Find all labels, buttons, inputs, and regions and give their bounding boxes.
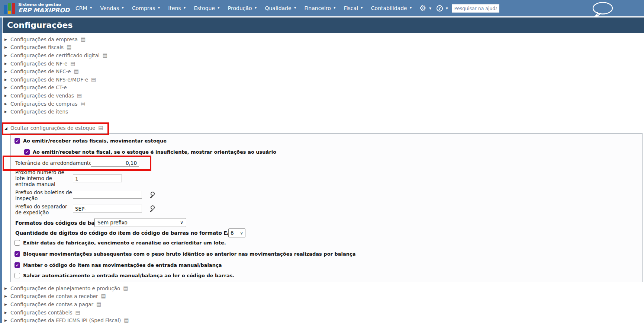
expand-arrow-icon: ▶	[4, 319, 10, 322]
menu-producao[interactable]: Produção▼	[228, 5, 257, 11]
stock-settings-panel: Ao emitir/receber notas fiscais, movimen…	[10, 133, 643, 282]
section-efd-icms-ipi[interactable]: ▶Configurações da EFD ICMS IPI (Sped Fis…	[4, 316, 129, 323]
prefixo-separador-input[interactable]	[73, 205, 142, 212]
check-movimentar-estoque[interactable]: Ao emitir/receber notas fiscais, movimen…	[15, 138, 167, 144]
expand-arrow-icon: ▶	[4, 303, 10, 306]
section-configuracoes-fiscais[interactable]: ▶Configurações fiscais▤	[4, 44, 107, 52]
chevron-down-icon: ▼	[294, 6, 296, 9]
menu-compras[interactable]: Compras▼	[132, 5, 160, 11]
chevron-down-icon[interactable]: ▼	[429, 7, 431, 10]
checkbox[interactable]	[15, 251, 20, 257]
quantidade-digitos-select[interactable]: 6 ∨	[228, 228, 245, 237]
doc-icon[interactable]: ▤	[103, 52, 107, 58]
doc-icon[interactable]: ▤	[75, 310, 80, 315]
menu-qualidade[interactable]: Qualidade▼	[265, 5, 296, 11]
checkbox[interactable]	[24, 149, 30, 155]
settings-section-list-bottom: ▶Configurações de planejamento e produçã…	[4, 284, 129, 323]
check-manter-codigo-item[interactable]: Manter o código do item nas movimentaçõe…	[15, 262, 222, 268]
search-icon[interactable]	[151, 192, 155, 196]
section-contas-a-pagar[interactable]: ▶Configurações de contas a pagar▤	[4, 300, 129, 308]
section-nfe[interactable]: ▶Configurações de NF-e▤	[4, 60, 107, 68]
section-estoque-expanded[interactable]: ◢ Ocultar configurações de estoque ▤	[4, 125, 103, 131]
doc-icon[interactable]: ▤	[98, 125, 103, 130]
doc-icon[interactable]: ▤	[67, 44, 71, 49]
expand-arrow-icon: ▶	[4, 110, 10, 113]
expand-arrow-icon: ▶	[4, 294, 10, 298]
logo-squares-icon	[4, 2, 15, 14]
section-configuracoes-da-empresa[interactable]: ▶Configurações da empresa▤	[4, 35, 107, 44]
section-nfce[interactable]: ▶Configurações de NFC-e▤	[4, 67, 107, 76]
doc-icon[interactable]: ▤	[70, 61, 75, 66]
section-vendas[interactable]: ▶Configurações de vendas▤	[4, 92, 107, 100]
menu-financeiro[interactable]: Financeiro▼	[304, 5, 335, 11]
page-left-border	[0, 17, 2, 323]
menu-fiscal[interactable]: Fiscal▼	[344, 5, 363, 11]
expand-arrow-icon: ▶	[4, 86, 10, 89]
section-itens[interactable]: ▶Configurações de itens▤	[4, 108, 107, 116]
section-certificado-digital[interactable]: ▶Configurações de certificado digital▤	[4, 51, 107, 60]
menu-itens[interactable]: Itens▼	[168, 5, 186, 11]
checkbox[interactable]	[15, 262, 20, 268]
checkbox[interactable]	[15, 138, 20, 144]
formatos-codigos-barras-select[interactable]: Sem prefixo ∨	[94, 218, 186, 227]
expand-arrow-icon: ▶	[4, 311, 10, 314]
checkbox[interactable]	[15, 273, 20, 278]
expand-arrow-icon: ▶	[4, 54, 10, 57]
prefixo-boletins-input[interactable]	[73, 191, 142, 199]
doc-icon[interactable]: ▤	[81, 36, 86, 42]
settings-section-list: ▶Configurações da empresa▤ ▶Configuraçõe…	[4, 35, 107, 116]
chevron-down-icon[interactable]: ▼	[446, 7, 448, 10]
label-proximo-lote: Próximo número de lote interno de entrad…	[15, 170, 72, 188]
gear-icon[interactable]: ⚙	[419, 4, 426, 12]
chevron-down-icon: ▼	[122, 6, 124, 9]
expand-arrow-icon: ▶	[4, 62, 10, 65]
search-icon[interactable]	[151, 205, 155, 210]
doc-icon[interactable]: ▤	[74, 68, 79, 74]
menu-contabilidade[interactable]: Contabilidade▼	[371, 5, 412, 11]
section-cte[interactable]: ▶Configurações de CT-e▤	[4, 84, 107, 92]
chevron-down-icon: ▼	[218, 6, 220, 9]
doc-icon[interactable]: ▤	[123, 285, 128, 291]
menu-vendas[interactable]: Vendas▼	[100, 5, 124, 11]
section-nfse-mdfe[interactable]: ▶Configurações de NFS-e/MDF-e▤	[4, 76, 107, 84]
chevron-down-icon: ▼	[184, 6, 186, 9]
check-exibir-datas[interactable]: Exibir datas de fabricação, vencimento e…	[15, 240, 226, 246]
chevron-down-icon: ▼	[334, 6, 336, 9]
menu-estoque[interactable]: Estoque▼	[194, 5, 219, 11]
doc-icon[interactable]: ▤	[77, 93, 82, 98]
help-search-input[interactable]	[452, 4, 499, 13]
label-tolerancia: Tolerância de arredondamento	[15, 160, 95, 166]
app-logo[interactable]: Sistema de gestão ERP MAXIPROD	[4, 2, 70, 14]
section-compras[interactable]: ▶Configurações de compras▤	[4, 100, 107, 108]
chevron-down-icon: ▼	[361, 6, 363, 9]
page-title: Configurações	[3, 17, 644, 33]
chevron-down-icon: ▼	[90, 6, 92, 9]
check-bloquear-movimentacoes[interactable]: Bloquear movimentações subsequentes com …	[15, 251, 356, 257]
chevron-down-icon: ▼	[410, 6, 412, 9]
proximo-lote-input[interactable]	[73, 175, 122, 182]
expand-arrow-icon: ▶	[4, 70, 10, 73]
chat-bubble-icon[interactable]	[592, 2, 614, 19]
doc-icon[interactable]: ▤	[80, 101, 85, 106]
section-planejamento-producao[interactable]: ▶Configurações de planejamento e produçã…	[4, 284, 129, 292]
tolerancia-input[interactable]	[91, 159, 139, 167]
logo-title: ERP MAXIPROD	[18, 7, 70, 14]
section-contabeis[interactable]: ▶Configurações contábeis▤	[4, 308, 129, 317]
label-quantidade-digitos-ean13: Quantidade de dígitos do código do item …	[15, 230, 244, 236]
expand-arrow-icon: ▶	[4, 102, 10, 106]
doc-icon[interactable]: ▤	[124, 317, 129, 323]
label-prefixo-separador: Prefixo do separador de expedição	[15, 204, 74, 216]
doc-icon[interactable]: ▤	[96, 301, 101, 307]
expand-arrow-icon: ▶	[4, 78, 10, 81]
check-salvar-automaticamente[interactable]: Salvar automaticamente a entrada manual/…	[15, 273, 234, 278]
doc-icon[interactable]: ▤	[91, 77, 96, 82]
help-icon[interactable]: ?	[437, 5, 443, 12]
main-menu: CRM▼ Vendas▼ Compras▼ Itens▼ Estoque▼ Pr…	[75, 5, 412, 11]
label-formatos-codigos-barras: Formatos dos códigos de barras	[15, 220, 106, 226]
section-contas-a-receber[interactable]: ▶Configurações de contas a receber▤	[4, 292, 129, 301]
expand-arrow-icon: ▶	[4, 38, 10, 41]
check-estoque-insuficiente[interactable]: Ao emitir/receber nota fiscal, se o esto…	[24, 149, 276, 155]
checkbox[interactable]	[15, 240, 20, 246]
doc-icon[interactable]: ▤	[101, 293, 106, 298]
menu-crm[interactable]: CRM▼	[75, 5, 92, 11]
